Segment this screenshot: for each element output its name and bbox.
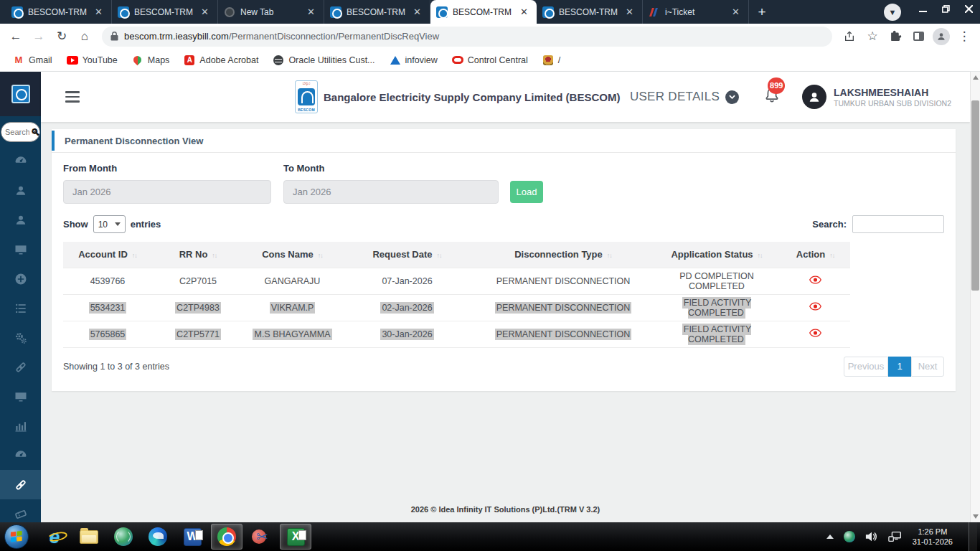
col-cons-name[interactable]: Cons Name↑↓ [244,242,341,268]
taskbar-chrome-active[interactable] [211,524,242,550]
browser-tab[interactable]: BESCOM-TRM ✕ [112,0,218,24]
bookmark-youtube[interactable]: YouTube [61,52,123,69]
pagination-previous[interactable]: Previous [844,357,888,377]
sidebar-item-user2[interactable] [0,205,41,235]
user-details-menu[interactable]: USER DETAILS [630,90,739,104]
bescom-favicon [436,6,448,18]
browser-tab-active[interactable]: BESCOM-TRM ✕ [430,0,537,24]
view-eye-icon[interactable] [809,276,821,284]
tab-close-icon[interactable]: ✕ [92,6,105,18]
network-icon[interactable] [888,531,903,542]
sidebar-item-settings[interactable] [0,323,41,352]
load-button[interactable]: Load [510,181,543,203]
tab-close-icon[interactable]: ✕ [729,6,743,18]
table-search-input[interactable] [852,215,944,233]
view-eye-icon[interactable] [809,329,821,337]
speaker-icon[interactable] [865,531,878,542]
taskbar-word[interactable]: W [176,524,208,550]
browser-tab[interactable]: New Tab ✕ [218,0,324,24]
tab-search-chevron-icon[interactable]: ▼ [884,4,901,21]
sidebar-item-dashboard[interactable] [0,146,41,176]
bookmark-maps[interactable]: Maps [126,52,176,69]
view-eye-icon[interactable] [809,302,821,311]
scroll-up-icon[interactable] [973,75,979,80]
taskbar-internet-explorer[interactable]: e [39,524,70,550]
bookmark-star-icon[interactable]: ☆ [862,27,882,47]
sidebar-item-reports[interactable] [0,411,41,441]
col-account-id[interactable]: Account ID↑↓ [63,242,152,268]
bookmark-label: / [558,55,560,65]
from-month-input[interactable] [63,180,271,204]
new-tab-button[interactable]: + [752,2,772,22]
side-panel-icon[interactable] [908,27,928,47]
pagination-page-1[interactable]: 1 [888,357,911,377]
taskbar-excel-active[interactable]: X [280,524,311,550]
page-scrollbar[interactable] [970,72,980,522]
bookmark-gmail[interactable]: MGmail [7,52,58,69]
sidebar-item-list[interactable] [0,293,41,323]
tray-show-hidden-icon[interactable] [826,534,834,539]
restore-button[interactable] [934,0,957,17]
scroll-down-icon[interactable] [973,514,979,519]
sidebar-item-links[interactable] [0,352,41,382]
sidebar-search-input[interactable] [5,128,29,136]
sidebar-item-dashboard2[interactable] [0,441,41,470]
browser-tab[interactable]: BESCOM-TRM ✕ [537,0,643,24]
taskbar-file-explorer[interactable] [73,524,105,550]
hamburger-menu-icon[interactable] [65,91,80,103]
to-month-input[interactable] [283,180,499,204]
col-rr-no[interactable]: RR No↑↓ [152,242,244,268]
back-icon[interactable]: ← [6,27,26,47]
tab-close-icon[interactable]: ✕ [198,6,212,18]
address-bar[interactable]: bescom.trm.ieasybill.com/PermanentDiscon… [102,27,832,47]
bookmark-emblem[interactable]: / [537,52,566,69]
close-button[interactable] [957,0,980,17]
col-application-status[interactable]: Application Status↑↓ [653,242,781,268]
share-icon[interactable] [839,27,859,47]
clock-time: 1:26 PM [913,527,953,537]
sidebar-search[interactable]: 🔍︎ [1,122,40,142]
bookmark-infoview[interactable]: infoview [384,52,443,69]
profile-avatar[interactable] [931,27,951,47]
menu-kebab-icon[interactable]: ⋮ [954,27,974,47]
select-chevron-icon [115,222,121,226]
sidebar-item-add[interactable] [0,264,41,293]
bookmark-control-central[interactable]: Control Central [446,52,534,69]
tab-close-icon[interactable]: ✕ [623,6,636,18]
taskbar-snipping-tool[interactable]: ✂ [245,524,277,550]
taskbar-browser-globe[interactable] [108,524,139,550]
notification-badge: 899 [768,77,785,94]
minimize-button[interactable] [911,0,934,17]
pagination: Previous 1 Next [844,357,944,377]
tab-close-icon[interactable]: ✕ [517,6,531,18]
col-disconnection-type[interactable]: Disconnection Type↑↓ [473,242,653,268]
page-size-select[interactable]: 10 [93,215,126,233]
user-avatar[interactable] [802,85,826,109]
browser-tab[interactable]: i~Ticket ✕ [643,0,749,24]
reload-icon[interactable]: ↻ [52,27,72,47]
sidebar-item-links-active[interactable] [0,470,41,499]
pagination-next[interactable]: Next [911,357,944,377]
tray-globe-icon[interactable] [844,531,855,542]
extensions-icon[interactable] [885,27,905,47]
home-icon[interactable]: ⌂ [75,27,95,47]
bookmark-oracle-utilities[interactable]: Oracle Utilities Cust... [267,52,380,69]
bookmark-adobe-acrobat[interactable]: AAdobe Acrobat [178,52,264,69]
sidebar-item-monitor[interactable] [0,235,41,264]
clock-date: 31-01-2026 [913,537,953,547]
show-desktop-button[interactable] [969,522,977,551]
browser-tab[interactable]: BESCOM-TRM ✕ [324,0,430,24]
tab-close-icon[interactable]: ✕ [304,6,318,18]
forward-icon[interactable]: → [29,27,49,47]
notifications-button[interactable]: 899 [763,86,781,108]
browser-tab[interactable]: BESCOM-TRM ✕ [6,0,112,24]
scrollbar-thumb[interactable] [971,100,979,291]
sidebar-item-monitor2[interactable] [0,382,41,411]
tab-close-icon[interactable]: ✕ [410,6,424,18]
col-action[interactable]: Action↑↓ [781,242,850,268]
taskbar-edge[interactable] [142,524,174,550]
sidebar-item-user[interactable] [0,176,41,205]
col-request-date[interactable]: Request Date↑↓ [341,242,473,268]
taskbar-clock[interactable]: 1:26 PM 31-01-2026 [913,527,953,547]
start-button[interactable] [4,524,29,549]
